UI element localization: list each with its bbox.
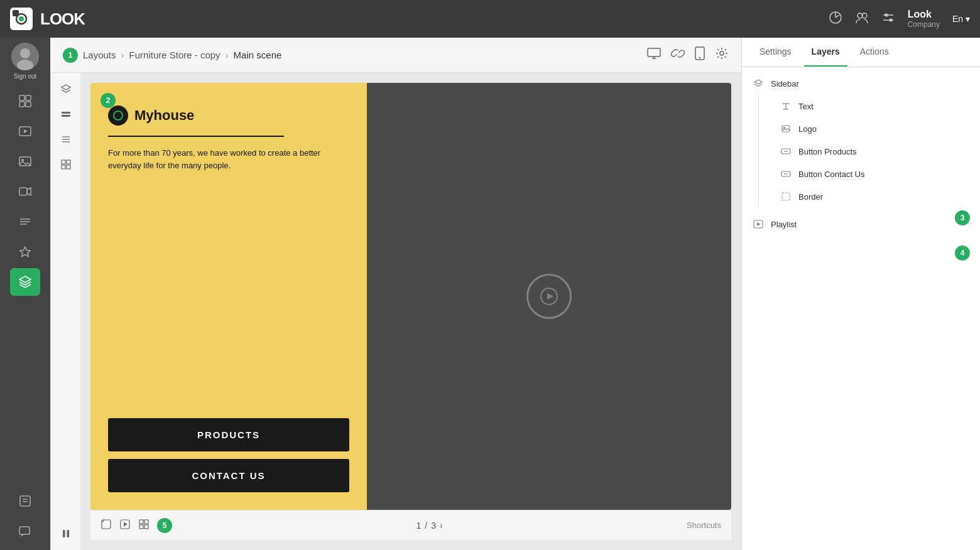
play-button[interactable] [526,274,572,319]
layer-tool-pause[interactable] [55,522,77,545]
sliders-icon[interactable] [881,11,895,28]
next-page-icon[interactable]: › [440,520,443,531]
svg-rect-39 [62,115,70,117]
link-icon[interactable] [671,46,685,63]
layer-tool-3[interactable] [55,128,77,151]
breadcrumb-layouts[interactable]: Layouts [83,50,116,60]
products-button[interactable]: PRODUCTS [108,418,349,451]
layer-tool-4[interactable] [55,153,77,176]
breadcrumb-sep-1: › [121,50,124,60]
layer-label-sidebar: Sidebar [771,79,799,89]
layer-item-logo[interactable]: Logo [767,117,980,140]
svg-rect-15 [26,95,31,100]
tab-settings[interactable]: Settings [752,38,799,67]
layer-item-button-products[interactable]: Button Products [767,140,980,163]
svg-marker-23 [27,188,31,195]
brand-header: Myhouse [108,105,349,126]
svg-marker-50 [547,293,553,299]
layer-tool-2[interactable] [55,103,77,126]
sidebar-nav-images[interactable] [10,148,40,175]
svg-rect-3 [13,10,19,16]
logo-layer-icon [780,122,792,135]
layer-children-sidebar: Text Logo [742,95,980,208]
scene-left-panel: Myhouse For more than 70 years, we have … [90,83,367,510]
svg-marker-27 [20,247,30,257]
users-icon[interactable] [855,11,869,28]
svg-rect-43 [62,160,65,164]
right-panel-body: Sidebar Text [742,67,980,550]
breadcrumb-project[interactable]: Furniture Store - copy [129,50,220,60]
sidebar-nav-layouts[interactable] [10,87,40,115]
svg-point-36 [699,57,700,58]
analytics-icon[interactable] [829,11,842,28]
shortcuts-button[interactable]: Shortcuts [687,520,721,530]
contact-us-button[interactable]: CONTACT US [108,459,349,492]
layer-item-button-contact-us[interactable]: Button Contact Us [767,163,980,185]
app-logo-text: LOOK [40,9,85,29]
right-panel: Settings Layers Actions Sidebar [741,38,980,550]
step-badge-4: 4 [955,245,970,261]
sidebar-nav-chat[interactable] [10,517,40,545]
svg-marker-69 [757,222,761,226]
svg-rect-28 [20,496,30,506]
border-layer-icon [780,190,792,203]
sidebar-nav-text[interactable] [10,208,40,235]
step-badge-1: 1 [63,48,78,63]
breadcrumb-scene: Main scene [234,50,282,60]
topbar-left: LOOK [10,8,85,30]
svg-rect-48 [67,530,69,537]
canvas-wrapper: 2 Myhouse For more than 70 years, we hav… [80,73,741,550]
page-sep: / [425,520,427,531]
breadcrumb: 1 Layouts › Furniture Store - copy › Mai… [63,48,281,63]
breadcrumb-sep-2: › [226,50,229,60]
svg-rect-55 [144,520,148,524]
grid-view-icon[interactable] [138,519,150,532]
svg-rect-46 [67,165,70,169]
sign-out-button[interactable]: Sign out [14,73,37,80]
layer-item-text[interactable]: Text [767,95,980,117]
sidebar-nav-media[interactable] [10,117,40,145]
sidebar-nav-notes[interactable] [10,487,40,515]
layer-item-playlist[interactable]: Playlist [742,213,980,235]
layers-list: Sidebar Text [742,67,980,550]
step-badge-5: 5 [157,518,172,533]
svg-rect-54 [139,520,143,524]
layer-label-logo: Logo [798,124,817,134]
user-name: Look [908,9,940,20]
layer-tools [50,73,80,550]
breadcrumb-bar: 1 Layouts › Furniture Store - copy › Mai… [50,38,741,73]
layer-label-playlist: Playlist [771,220,797,229]
content-area: 1 Layouts › Furniture Store - copy › Mai… [50,38,741,550]
sidebar-nav-favorites[interactable] [10,238,40,266]
sidebar-nav-layers[interactable] [10,268,40,296]
tab-actions[interactable]: Actions [852,38,896,67]
svg-rect-32 [648,48,660,57]
button-products-layer-icon [780,145,792,158]
text-layer-icon [780,100,792,112]
sidebar-layer-icon [752,77,765,90]
sidebar-nav-video[interactable] [10,178,40,205]
desktop-view-icon[interactable] [647,48,661,62]
layer-item-border[interactable]: Border [767,185,980,208]
scene-buttons: PRODUCTS CONTACT US [108,418,349,492]
tablet-view-icon[interactable] [695,46,705,63]
settings-icon[interactable] [715,46,729,63]
canvas: 2 Myhouse For more than 70 years, we hav… [90,83,731,510]
svg-rect-38 [62,112,70,114]
brand-logo-inner [113,111,123,121]
layer-tool-1[interactable] [55,78,77,100]
expand-icon[interactable] [101,519,112,532]
tab-layers[interactable]: Layers [804,38,847,67]
svg-marker-53 [124,522,128,526]
brand-logo [108,105,128,126]
playlist-layer-icon [752,218,765,230]
step4-area: 4 [742,245,980,261]
layer-item-sidebar[interactable]: Sidebar [742,72,980,95]
pagination: 1 / 3 › [416,520,442,531]
svg-point-2 [19,16,24,21]
svg-rect-61 [782,126,790,132]
play-small-icon[interactable] [119,519,131,532]
language-selector[interactable]: En ▾ [952,14,970,24]
topbar-right: Look Company En ▾ [829,9,970,29]
svg-point-37 [720,51,724,55]
